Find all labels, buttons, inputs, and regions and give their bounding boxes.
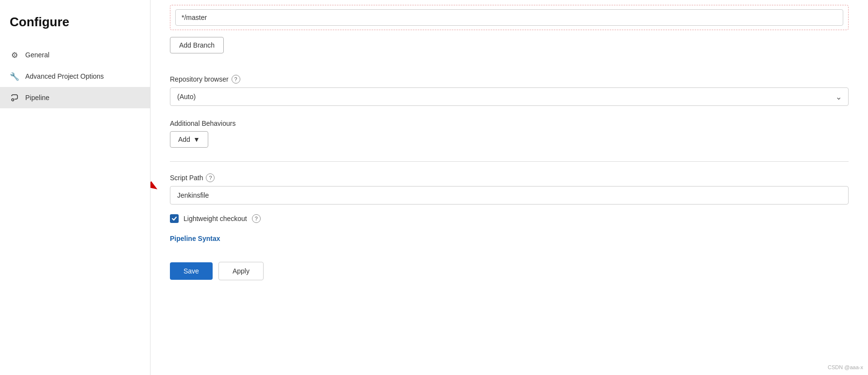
main-content: Add Branch Repository browser ? (Auto) g… [150,0,868,375]
bottom-buttons: Save Apply [170,257,849,280]
repository-browser-select[interactable]: (Auto) githubweb gitblit gitiles fisheye… [170,87,849,106]
repository-browser-section: Repository browser ? (Auto) githubweb gi… [170,75,849,106]
additional-behaviours-label: Additional Behaviours [170,119,849,127]
pipeline-icon [10,93,19,102]
add-branch-button[interactable]: Add Branch [170,37,224,53]
script-path-label: Script Path ? [170,173,849,182]
lightweight-checkout-checkbox[interactable] [170,214,179,223]
script-path-input[interactable] [170,186,849,205]
checkmark-icon [171,216,177,222]
save-button[interactable]: Save [170,262,213,280]
repository-browser-select-wrapper: (Auto) githubweb gitblit gitiles fisheye… [170,87,849,106]
additional-behaviours-section: Additional Behaviours Add ▼ [170,119,849,148]
script-path-help-icon[interactable]: ? [206,173,215,182]
dropdown-arrow-icon: ▼ [193,136,200,143]
branch-section: Add Branch [170,0,849,65]
sidebar-item-general[interactable]: ⚙ General [0,44,150,66]
watermark: CSDN @aaa-x [828,364,863,370]
apply-button[interactable]: Apply [218,262,264,280]
wrench-icon: 🔧 [10,71,19,81]
sidebar-item-label-advanced: Advanced Project Options [25,72,104,80]
lightweight-checkout-help-icon[interactable]: ? [252,214,261,223]
script-path-section: Script Path ? [170,173,849,205]
repository-browser-label: Repository browser ? [170,75,849,84]
lightweight-checkout-row: Lightweight checkout ? [170,214,849,223]
page-title: Configure [0,10,150,44]
section-divider [170,161,849,162]
gear-icon: ⚙ [10,50,19,60]
branch-input[interactable] [175,9,843,26]
sidebar-item-pipeline[interactable]: Pipeline [0,87,150,108]
repository-browser-help-icon[interactable]: ? [232,75,240,84]
svg-point-0 [12,99,14,101]
sidebar: Configure ⚙ General 🔧 Advanced Project O… [0,0,150,375]
lightweight-checkout-label: Lightweight checkout [184,215,247,222]
pipeline-syntax-link[interactable]: Pipeline Syntax [170,235,220,242]
branch-input-container [170,5,849,30]
sidebar-item-label-pipeline: Pipeline [25,94,50,102]
sidebar-item-advanced-project-options[interactable]: 🔧 Advanced Project Options [0,66,150,87]
sidebar-item-label-general: General [25,51,50,59]
add-button[interactable]: Add ▼ [170,131,208,148]
